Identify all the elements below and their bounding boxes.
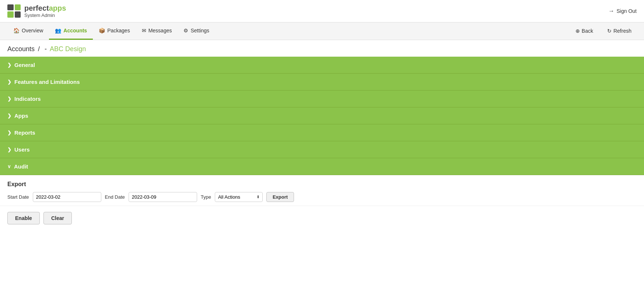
breadcrumb: Accounts / - ABC Design xyxy=(0,40,644,57)
accordion-indicators-label: Indicators xyxy=(14,96,41,102)
logo-icon xyxy=(7,4,21,18)
end-date-label: End Date xyxy=(105,194,125,200)
export-button[interactable]: Export xyxy=(266,192,294,202)
nav-item-overview[interactable]: 🏠 Overview xyxy=(7,22,49,40)
accordion-audit[interactable]: ∨ Audit xyxy=(0,158,644,175)
nav-item-accounts[interactable]: 👥 Accounts xyxy=(49,22,93,40)
breadcrumb-accounts[interactable]: Accounts xyxy=(7,45,35,53)
home-icon: 🏠 xyxy=(13,28,20,33)
enable-button[interactable]: Enable xyxy=(7,212,40,224)
nav-item-messages[interactable]: ✉ Messages xyxy=(136,22,178,40)
header: perfectapps System Admin →︎ Sign Out xyxy=(0,0,644,22)
nav-accounts-label: Accounts xyxy=(63,28,87,33)
accordion-users-label: Users xyxy=(14,146,30,153)
accordion-general-label: General xyxy=(14,62,35,68)
refresh-button[interactable]: ↻ Refresh xyxy=(602,25,637,37)
content-area: Accounts / - ABC Design ❯ General ❯ Feat… xyxy=(0,40,644,261)
accordion-features[interactable]: ❯ Features and Limitations xyxy=(0,74,644,91)
back-icon: ⊕ xyxy=(575,28,580,34)
accordion-users[interactable]: ❯ Users xyxy=(0,141,644,158)
refresh-icon: ↻ xyxy=(607,28,612,34)
export-section: Export Start Date End Date Type All Acti… xyxy=(0,175,644,206)
chevron-right-icon: ❯ xyxy=(7,113,11,118)
nav-overview-label: Overview xyxy=(22,28,43,33)
chevron-right-icon: ❯ xyxy=(7,79,11,85)
type-select-wrapper: All Actions Login Logout Create Update D… xyxy=(215,192,263,202)
accordion-reports[interactable]: ❯ Reports xyxy=(0,124,644,141)
sign-out-icon: →︎ xyxy=(609,8,615,14)
start-date-input[interactable] xyxy=(33,192,101,202)
export-row: Start Date End Date Type All Actions Log… xyxy=(7,192,637,202)
logo-perfect: perfect xyxy=(24,4,49,12)
breadcrumb-separator: / xyxy=(38,45,40,53)
logo-sq3 xyxy=(7,11,14,18)
logo-sq4 xyxy=(15,11,21,18)
sign-out-button[interactable]: →︎ Sign Out xyxy=(609,8,637,14)
back-button[interactable]: ⊕ Back xyxy=(570,25,598,37)
logo-sq2 xyxy=(15,4,21,11)
accordion-general[interactable]: ❯ General xyxy=(0,57,644,74)
messages-icon: ✉ xyxy=(142,28,146,33)
nav-item-settings[interactable]: ⚙ Settings xyxy=(178,22,215,40)
logo-text: perfectapps System Admin xyxy=(24,4,66,18)
nav-packages-label: Packages xyxy=(107,28,130,33)
type-select[interactable]: All Actions Login Logout Create Update D… xyxy=(215,192,263,202)
accordion-reports-label: Reports xyxy=(14,129,35,136)
accordion-apps[interactable]: ❯ Apps xyxy=(0,107,644,124)
accordion-apps-label: Apps xyxy=(14,113,28,119)
bottom-buttons: Enable Clear xyxy=(0,206,644,230)
breadcrumb-account-name: ABC Design xyxy=(50,45,86,53)
refresh-label: Refresh xyxy=(613,28,631,34)
type-label: Type xyxy=(201,194,211,200)
packages-icon: 📦 xyxy=(99,28,105,33)
chevron-down-icon: ∨ xyxy=(7,164,11,169)
logo-subtitle: System Admin xyxy=(24,13,66,18)
breadcrumb-dash: - xyxy=(45,45,47,53)
chevron-right-icon: ❯ xyxy=(7,147,11,152)
logo-area: perfectapps System Admin xyxy=(7,4,66,18)
start-date-label: Start Date xyxy=(7,194,29,200)
logo-sq1 xyxy=(7,4,14,11)
accordion-audit-label: Audit xyxy=(14,163,28,170)
settings-icon: ⚙ xyxy=(183,28,188,33)
logo-name: perfectapps xyxy=(24,4,66,13)
nav-right: ⊕ Back ↻ Refresh xyxy=(570,25,637,37)
sign-out-label: Sign Out xyxy=(617,8,637,14)
nav-item-packages[interactable]: 📦 Packages xyxy=(93,22,136,40)
back-label: Back xyxy=(582,28,593,34)
logo-apps: apps xyxy=(49,4,66,12)
accordion-features-label: Features and Limitations xyxy=(14,79,80,85)
nav-left: 🏠 Overview 👥 Accounts 📦 Packages ✉ Messa… xyxy=(7,22,215,40)
accordion: ❯ General ❯ Features and Limitations ❯ I… xyxy=(0,57,644,175)
nav-messages-label: Messages xyxy=(148,28,172,33)
accordion-indicators[interactable]: ❯ Indicators xyxy=(0,91,644,107)
nav-settings-label: Settings xyxy=(190,28,209,33)
chevron-right-icon: ❯ xyxy=(7,130,11,135)
nav-bar: 🏠 Overview 👥 Accounts 📦 Packages ✉ Messa… xyxy=(0,22,644,40)
users-icon: 👥 xyxy=(55,28,61,33)
chevron-right-icon: ❯ xyxy=(7,96,11,102)
chevron-right-icon: ❯ xyxy=(7,62,11,68)
export-title: Export xyxy=(7,181,637,188)
end-date-input[interactable] xyxy=(129,192,197,202)
clear-button[interactable]: Clear xyxy=(43,212,72,224)
